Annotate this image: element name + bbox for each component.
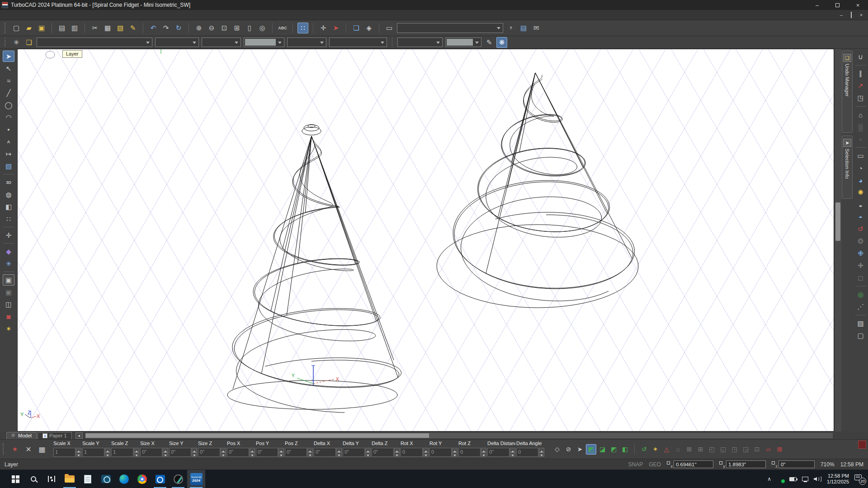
- spell-check-icon[interactable]: ABC: [277, 23, 288, 33]
- field-spinner[interactable]: [192, 448, 197, 457]
- box-3d-icon[interactable]: ◇: [552, 444, 562, 455]
- transform-d-icon[interactable]: ◲: [741, 444, 751, 455]
- tray-chevron-icon[interactable]: ∧: [767, 476, 771, 482]
- zoom-full-view-icon[interactable]: ◎: [257, 23, 268, 33]
- save-icon[interactable]: ▣: [36, 23, 47, 33]
- render-style-icon[interactable]: ❋: [496, 37, 507, 48]
- field-value[interactable]: 0": [198, 448, 220, 457]
- render-config-dropdown[interactable]: [397, 23, 503, 33]
- trim-icon[interactable]: ∥: [855, 68, 867, 79]
- paint-bucket-icon[interactable]: ◧: [3, 201, 14, 212]
- field-spinner[interactable]: [163, 448, 168, 457]
- selection-info-alt-icon[interactable]: ▣: [3, 286, 14, 298]
- restore-button[interactable]: [827, 0, 848, 10]
- media-app-button[interactable]: [169, 470, 187, 488]
- zoom-extents-icon[interactable]: ⊞: [231, 23, 242, 33]
- close-button[interactable]: ×: [848, 0, 868, 10]
- file-explorer-button[interactable]: [61, 470, 79, 488]
- arc-icon[interactable]: ◠: [3, 112, 14, 123]
- properties-drag-handle[interactable]: [5, 38, 7, 47]
- field-value[interactable]: 0: [458, 448, 481, 457]
- field-value[interactable]: 0: [401, 448, 423, 457]
- degrade-warning-icon[interactable]: △: [661, 444, 672, 455]
- layers-book-icon[interactable]: ❏: [24, 37, 34, 48]
- start-button[interactable]: [6, 470, 24, 488]
- transform-b-icon[interactable]: ◱: [718, 444, 728, 455]
- field-spinner[interactable]: [423, 448, 429, 457]
- field-value[interactable]: 0": [227, 448, 249, 457]
- record-script-icon[interactable]: ◙: [3, 311, 14, 322]
- redo-icon[interactable]: ↷: [160, 23, 171, 33]
- shell-icon[interactable]: ▒: [855, 122, 867, 132]
- field-spinner[interactable]: [336, 448, 342, 457]
- task-view-button[interactable]: [42, 470, 61, 488]
- selection-table-icon[interactable]: ▦: [36, 443, 48, 455]
- select-arrow-icon[interactable]: ➤: [330, 23, 341, 33]
- pattern-dropdown[interactable]: [287, 38, 326, 47]
- horizontal-scroll-thumb[interactable]: [85, 433, 429, 438]
- snap-mode-icon[interactable]: ✶: [9, 443, 21, 455]
- transform-c-icon[interactable]: ◳: [729, 444, 740, 455]
- field-spinner[interactable]: [365, 448, 371, 457]
- field-value[interactable]: 0": [169, 448, 191, 457]
- screw-thread-icon[interactable]: ✙: [855, 248, 867, 259]
- aerial-snap-icon[interactable]: ✶: [650, 444, 660, 455]
- field-value[interactable]: 1: [82, 448, 104, 457]
- geo-indicator[interactable]: GEO: [649, 461, 661, 468]
- field-spinner[interactable]: [76, 448, 81, 457]
- mesh-gear-icon[interactable]: ❂: [855, 236, 867, 247]
- network-icon[interactable]: [802, 477, 808, 481]
- copy-icon[interactable]: ▦: [102, 23, 113, 33]
- format-painter-icon[interactable]: ✎: [127, 23, 138, 33]
- part-tree-icon[interactable]: ◆: [3, 246, 14, 257]
- field-spinner[interactable]: [278, 448, 284, 457]
- shapes-icon[interactable]: ▧: [3, 160, 14, 172]
- battery-icon[interactable]: [789, 477, 797, 481]
- new-from-template-icon[interactable]: ✶: [3, 323, 14, 334]
- window-fit-icon[interactable]: ▭: [855, 150, 867, 161]
- vertical-scroll-thumb[interactable]: [835, 202, 840, 241]
- revolve-icon[interactable]: ↺: [855, 224, 867, 235]
- hatch-dropdown[interactable]: [329, 38, 387, 47]
- sphere-3d-icon[interactable]: ◍: [3, 189, 14, 200]
- child-restore-button[interactable]: [847, 12, 855, 18]
- field-spinner[interactable]: [510, 448, 515, 457]
- move-icon[interactable]: ✛: [3, 230, 14, 241]
- snap-indicator[interactable]: SNAP: [628, 461, 643, 468]
- node-select-icon[interactable]: ➤: [575, 444, 585, 455]
- tab-scroll-left-button[interactable]: ◂: [75, 432, 83, 439]
- field-value[interactable]: 0: [516, 448, 538, 457]
- snap-grid-icon[interactable]: ∷: [297, 23, 308, 33]
- field-spinner[interactable]: [250, 448, 255, 457]
- inspector-corner-icon[interactable]: [858, 441, 866, 449]
- turbocad-button[interactable]: TurboCAD 2024: [187, 470, 205, 488]
- rect-handles-icon[interactable]: ▱: [763, 444, 774, 455]
- edge-button[interactable]: [115, 470, 133, 488]
- field-spinner[interactable]: [105, 448, 110, 457]
- settings-gear-icon[interactable]: ✳: [3, 258, 14, 269]
- facet-icon[interactable]: ▫: [855, 134, 867, 145]
- selection-info-tab[interactable]: ➤ Selection Info: [842, 136, 853, 199]
- new-file-icon[interactable]: ▢: [11, 23, 22, 33]
- field-spinner[interactable]: [452, 448, 458, 457]
- field-spinner[interactable]: [134, 448, 139, 457]
- sphere-pen-icon[interactable]: ◔: [855, 163, 867, 174]
- hierarchy-icon[interactable]: ⌂: [673, 444, 683, 455]
- pen-edit-icon[interactable]: ✎: [484, 37, 495, 48]
- layer-manager-icon[interactable]: ❏: [351, 23, 362, 33]
- rotate-cursor-icon[interactable]: ↺: [639, 444, 649, 455]
- zoom-out-icon[interactable]: ⊖: [206, 23, 217, 33]
- boolean-union-icon[interactable]: ∪: [855, 52, 867, 62]
- outlook-button[interactable]: [151, 470, 169, 488]
- child-close-button[interactable]: ×: [857, 12, 865, 18]
- select-icon[interactable]: ➤: [3, 51, 14, 62]
- surface-pen-icon[interactable]: ◕: [855, 175, 867, 186]
- zoom-window-icon[interactable]: ⊡: [219, 23, 230, 33]
- center-target-icon[interactable]: ◎: [855, 289, 867, 300]
- circle-icon[interactable]: ◯: [3, 99, 14, 111]
- dimension-icon[interactable]: ↦: [3, 148, 14, 160]
- tools-3d-icon[interactable]: 3D: [3, 177, 14, 188]
- child-minimize-button[interactable]: –: [837, 12, 845, 18]
- transform-a-icon[interactable]: ◰: [707, 444, 717, 455]
- select-mode-poly-icon[interactable]: ◪: [597, 444, 608, 455]
